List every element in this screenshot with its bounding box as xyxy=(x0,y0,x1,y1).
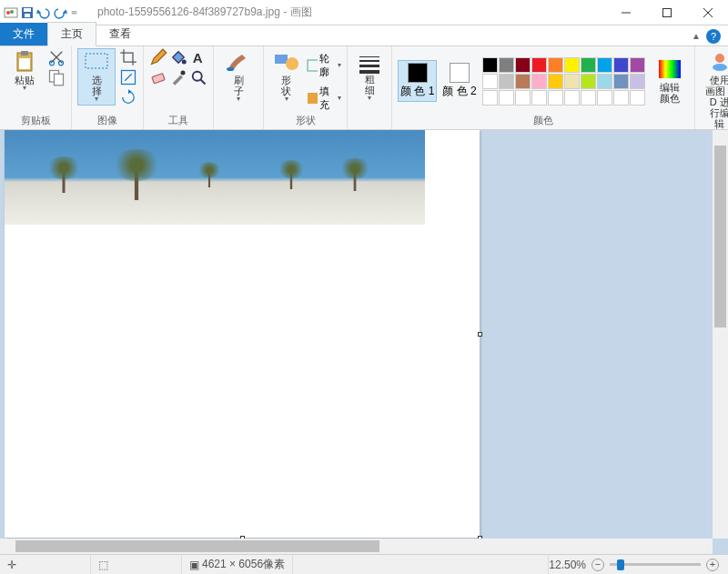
rotate-icon[interactable] xyxy=(119,88,137,106)
svg-rect-7 xyxy=(662,9,671,17)
vertical-scrollbar[interactable] xyxy=(713,130,728,539)
minimize-button[interactable] xyxy=(605,0,646,25)
palette-color[interactable] xyxy=(564,74,580,89)
text-icon[interactable]: A xyxy=(189,48,207,66)
close-button[interactable] xyxy=(687,0,728,25)
palette-color[interactable] xyxy=(548,90,563,106)
palette-color[interactable] xyxy=(613,90,629,106)
help-icon[interactable]: ? xyxy=(706,29,721,44)
color1-button[interactable]: 颜 色 1 xyxy=(398,60,437,102)
palette-color[interactable] xyxy=(531,57,547,73)
svg-point-31 xyxy=(715,54,724,63)
palette-color[interactable] xyxy=(564,90,580,106)
qat-customize-icon[interactable]: ＝ xyxy=(69,5,79,19)
maximize-button[interactable] xyxy=(646,0,687,25)
palette-color[interactable] xyxy=(499,74,514,89)
svg-rect-28 xyxy=(308,60,318,71)
select-button[interactable]: 选 择 ▾ xyxy=(77,48,116,106)
zoom-out-button[interactable]: − xyxy=(592,559,604,571)
tab-view[interactable]: 查看 xyxy=(96,23,144,45)
palette-color[interactable] xyxy=(515,57,531,73)
paint3d-button[interactable]: 使用画图 3 D 进行编辑 xyxy=(701,48,728,132)
palette-color[interactable] xyxy=(531,74,547,89)
tab-home[interactable]: 主页 xyxy=(47,22,96,46)
palette-color[interactable] xyxy=(564,57,580,73)
group-paint3d: 使用画图 3 D 进行编辑 xyxy=(695,46,728,129)
palette-color[interactable] xyxy=(499,57,514,73)
chevron-down-icon: ▾ xyxy=(237,95,240,103)
palette-color[interactable] xyxy=(515,74,531,89)
group-shapes: 形 状 ▾ 轮廓 ▾ 填充 ▾ 形状 xyxy=(264,46,348,129)
group-size: 粗 细 ▾ xyxy=(348,46,392,129)
rainbow-icon xyxy=(655,58,684,80)
horizontal-scrollbar[interactable] xyxy=(0,539,713,554)
svg-point-25 xyxy=(227,67,234,71)
zoom-slider[interactable] xyxy=(610,563,701,566)
outline-button[interactable]: 轮廓 ▾ xyxy=(307,52,341,79)
crop-icon[interactable] xyxy=(119,48,137,66)
fill-icon[interactable] xyxy=(169,48,187,66)
palette-color[interactable] xyxy=(630,57,645,73)
palette-color[interactable] xyxy=(613,74,629,89)
collapse-ribbon-icon[interactable]: ▲ xyxy=(692,31,701,41)
cut-icon[interactable] xyxy=(47,48,66,66)
redo-icon[interactable] xyxy=(53,5,67,20)
palette-color[interactable] xyxy=(581,74,596,89)
work-area xyxy=(0,130,728,554)
paint3d-icon xyxy=(705,51,728,73)
group-tools: A 工具 xyxy=(144,46,214,129)
fill-button[interactable]: 填充 ▾ xyxy=(307,85,341,112)
svg-rect-26 xyxy=(275,55,288,64)
palette-color[interactable] xyxy=(613,57,629,73)
app-icon xyxy=(4,5,18,20)
palette-color[interactable] xyxy=(548,57,563,73)
palette-color[interactable] xyxy=(581,90,596,106)
pencil-icon[interactable] xyxy=(149,48,167,66)
eraser-icon[interactable] xyxy=(149,68,167,86)
size-button[interactable]: 粗 细 ▾ xyxy=(353,48,386,105)
palette-color[interactable] xyxy=(531,90,547,106)
palette-color[interactable] xyxy=(482,90,498,106)
svg-rect-16 xyxy=(55,74,64,86)
palette-color[interactable] xyxy=(597,90,612,106)
shapes-button[interactable]: 形 状 ▾ xyxy=(269,48,303,106)
palette-color[interactable] xyxy=(597,74,612,89)
brush-button[interactable]: 刷 子 ▾ xyxy=(219,48,258,106)
color2-button[interactable]: 颜 色 2 xyxy=(442,63,476,99)
copy-icon[interactable] xyxy=(47,68,66,86)
canvas[interactable] xyxy=(5,130,480,538)
chevron-down-icon: ▾ xyxy=(285,95,288,103)
cursor-position: ✛ xyxy=(0,555,91,574)
svg-rect-30 xyxy=(659,60,681,78)
palette-color[interactable] xyxy=(581,57,596,73)
palette-color[interactable] xyxy=(482,74,498,89)
ribbon: 粘贴 ▾ 剪贴板 选 择 ▾ 图像 xyxy=(0,46,728,130)
palette-color[interactable] xyxy=(630,90,645,106)
magnifier-icon[interactable] xyxy=(189,68,207,86)
palette-color[interactable] xyxy=(548,74,563,89)
chevron-down-icon: ▾ xyxy=(368,94,371,102)
palette-color[interactable] xyxy=(630,74,645,89)
image-content xyxy=(5,130,425,225)
palette-color[interactable] xyxy=(482,57,498,73)
palette-color[interactable] xyxy=(597,57,612,73)
selection-size: ⬚ xyxy=(91,555,182,574)
eyedropper-icon[interactable] xyxy=(169,68,187,86)
svg-point-22 xyxy=(181,71,186,76)
save-icon[interactable] xyxy=(20,5,35,20)
resize-handle[interactable] xyxy=(478,332,482,337)
tab-file[interactable]: 文件 xyxy=(0,23,47,45)
undo-icon[interactable] xyxy=(36,5,51,20)
svg-point-19 xyxy=(182,60,187,65)
palette-color[interactable] xyxy=(515,90,531,106)
brush-icon xyxy=(224,51,253,73)
paste-button[interactable]: 粘贴 ▾ xyxy=(5,48,44,95)
edit-colors-button[interactable]: 编辑 颜色 xyxy=(651,55,689,106)
palette-color[interactable] xyxy=(499,90,514,106)
svg-line-24 xyxy=(201,80,206,85)
zoom-in-button[interactable]: + xyxy=(706,559,719,571)
size-lines-icon xyxy=(359,51,379,74)
resize-icon[interactable] xyxy=(119,68,137,86)
crosshair-icon: ✛ xyxy=(7,559,16,571)
select-rect-icon xyxy=(82,51,111,73)
